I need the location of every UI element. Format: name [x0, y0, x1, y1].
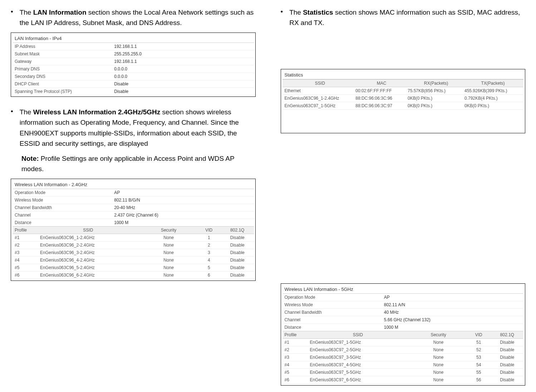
lan-info-text: The LAN Information section shows the Lo…	[20, 7, 256, 28]
col-8021q: 802.1Q	[223, 228, 252, 233]
wlan-info-row: Operation ModeAP	[282, 294, 524, 301]
cell-profile: #1	[15, 235, 34, 240]
cell-vid: 4	[195, 258, 223, 263]
info-label: Distance	[285, 325, 384, 330]
cell-ssid: EnGenius063C97_4-5GHz	[304, 362, 413, 367]
info-value: 0.0.0.0	[114, 66, 251, 71]
cell-security: None	[143, 258, 195, 263]
cell-8021q: Disable	[223, 243, 252, 248]
cell-ssid: EnGenius063C97_2-5GHz	[304, 347, 413, 352]
cell-8021q: Disable	[223, 250, 252, 255]
stats-panel-title: Statistics	[282, 71, 524, 79]
cell-mac: 88:DC:96:06:3C:96	[355, 96, 408, 101]
lan-info-row: Subnet Mask255.255.255.0	[13, 50, 254, 58]
wlan-info-text: The Wireless LAN Information 2.4GHz/5GHz…	[20, 107, 256, 149]
wlan-profile-row: #6EnGenius063C97_6-5GHzNone56Disable	[282, 376, 524, 384]
cell-security: None	[143, 250, 195, 255]
info-label: Spanning Tree Protocol (STP)	[15, 89, 114, 94]
bullet-icon: •	[281, 8, 283, 28]
wlan-profile-row: #4EnGenius063C97_4-5GHzNone54Disable	[282, 361, 524, 369]
cell-ssid: EnGenius063C96_1-2.4GHz	[285, 96, 356, 101]
cell-tx: 0KB(0 PKts.)	[464, 103, 521, 108]
info-value: 0.0.0.0	[114, 74, 251, 79]
cell-security: None	[412, 347, 464, 352]
lan-info-row: Spanning Tree Protocol (STP)Disable	[13, 88, 254, 95]
cell-profile: #2	[285, 347, 304, 352]
info-value: 192.168.1.1	[114, 44, 251, 49]
lan-info-row: DHCP ClientDisable	[13, 80, 254, 88]
wlan-profile-row: #4EnGenius063C96_4-2.4GHzNone4Disable	[13, 257, 254, 264]
info-label: Channel	[15, 213, 114, 218]
col-tx: TX(Packets)	[464, 81, 521, 86]
cell-vid: 52	[464, 347, 493, 352]
wlan-info-row: Channel5.66 GHz (Channel 132)	[282, 316, 524, 324]
info-label: Secondary DNS	[15, 74, 114, 79]
cell-security: None	[412, 370, 464, 375]
info-label: Gateway	[15, 59, 114, 64]
wlan-bullet: • The Wireless LAN Information 2.4GHz/5G…	[11, 107, 256, 149]
cell-vid: 6	[195, 273, 223, 278]
wlan-info-row: Wireless Mode802.11 A/N	[282, 301, 524, 309]
col-profile: Profile	[15, 228, 34, 233]
cell-ssid: EnGenius063C97_3-5GHz	[304, 355, 413, 360]
cell-security: None	[412, 355, 464, 360]
wlan24-header: Profile SSID Security VID 802.1Q	[13, 226, 254, 234]
cell-ssid: EnGenius063C97_6-5GHz	[304, 377, 413, 382]
info-label: Subnet Mask	[15, 51, 114, 56]
wlan5-header: Profile SSID Security VID 802.1Q	[282, 331, 524, 339]
cell-profile: #2	[15, 243, 34, 248]
wlan-info-row: Distance1000 M	[282, 324, 524, 331]
lan-info-panel: LAN Information - IPv4 IP Address192.168…	[11, 33, 256, 97]
wlan-profile-row: #5EnGenius063C97_5-5GHzNone55Disable	[282, 369, 524, 376]
right-column: • The Statistics section shows MAC infor…	[281, 7, 526, 392]
stats-info-text: The Statistics section shows MAC informa…	[289, 7, 525, 28]
cell-tx: 455.926KB(399 PKts.)	[464, 88, 521, 93]
info-label: Operation Mode	[15, 190, 114, 195]
col-security: Security	[412, 332, 464, 337]
cell-8021q: Disable	[493, 355, 522, 360]
cell-profile: #4	[15, 258, 34, 263]
info-value: 255.255.255.0	[114, 51, 251, 56]
wlan-profile-row: #2EnGenius063C97_2-5GHzNone52Disable	[282, 346, 524, 354]
cell-8021q: Disable	[223, 258, 252, 263]
cell-vid: 3	[195, 250, 223, 255]
cell-vid: 1	[195, 235, 223, 240]
info-value: 802.11 A/N	[384, 302, 521, 307]
cell-8021q: Disable	[223, 235, 252, 240]
wlan-info-row: Distance1000 M	[13, 219, 254, 226]
info-value: 2.437 GHz (Channel 6)	[114, 213, 251, 218]
col-ssid: SSID	[304, 332, 413, 337]
cell-vid: 56	[464, 377, 493, 382]
lan-info-row: Gateway192.168.1.1	[13, 58, 254, 65]
wlan-info-row: Operation ModeAP	[13, 189, 254, 197]
lan-bullet: • The LAN Information section shows the …	[11, 7, 256, 28]
lan-panel-title: LAN Information - IPv4	[13, 34, 254, 43]
cell-vid: 51	[464, 340, 493, 345]
wlan-profile-row: #6EnGenius063C96_6-2.4GHzNone6Disable	[13, 272, 254, 279]
wlan-profile-row: #3EnGenius063C97_3-5GHzNone53Disable	[282, 354, 524, 361]
col-rx: RX(Packets)	[408, 81, 464, 86]
cell-security: None	[143, 235, 195, 240]
info-label: Wireless Mode	[285, 302, 384, 307]
info-label: Primary DNS	[15, 66, 114, 71]
cell-vid: 55	[464, 370, 493, 375]
info-label: Operation Mode	[285, 295, 384, 300]
col-vid: VID	[464, 332, 493, 337]
info-value: Disable	[114, 89, 251, 94]
info-label: Channel	[285, 317, 384, 322]
wlan24-panel: Wireless LAN Information - 2.4GHz Operat…	[11, 179, 256, 281]
cell-security: None	[143, 265, 195, 270]
lan-info-row: Primary DNS0.0.0.0	[13, 65, 254, 73]
cell-8021q: Disable	[223, 265, 252, 270]
cell-ssid: EnGenius063C97_1-5GHz	[285, 103, 356, 108]
stats-row: EnGenius063C97_1-5GHz88:DC:96:06:3C:970K…	[282, 102, 524, 110]
cell-ssid: EnGenius063C96_1-2.4GHz	[34, 235, 143, 240]
stats-row: EnGenius063C96_1-2.4GHz88:DC:96:06:3C:96…	[282, 95, 524, 102]
info-value: AP	[384, 295, 521, 300]
cell-8021q: Disable	[493, 377, 522, 382]
lan-info-row: Secondary DNS0.0.0.0	[13, 73, 254, 80]
info-value: AP	[114, 190, 251, 195]
cell-security: None	[412, 362, 464, 367]
col-mac: MAC	[355, 81, 408, 86]
stats-bullet: • The Statistics section shows MAC infor…	[281, 7, 526, 28]
